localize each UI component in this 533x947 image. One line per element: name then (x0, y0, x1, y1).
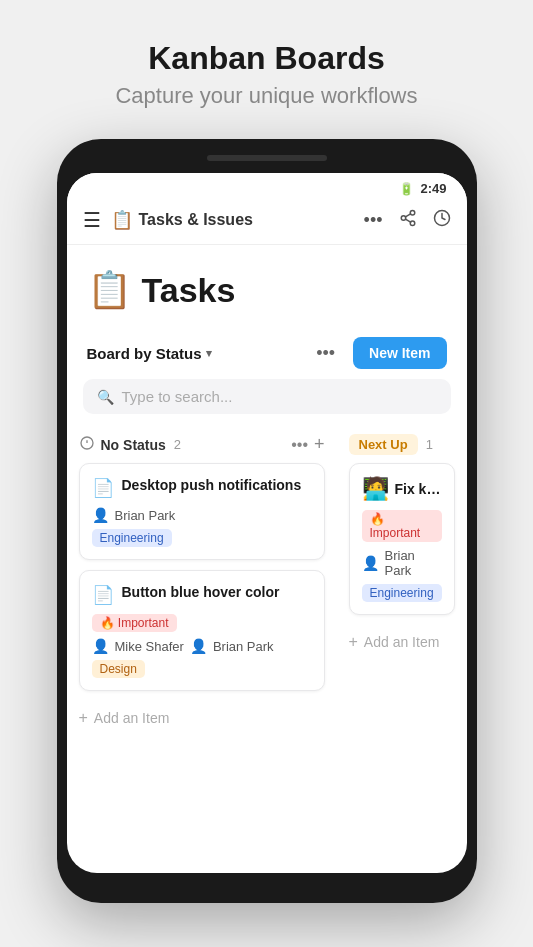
assignee-name-brian: Brian Park (213, 639, 274, 654)
card-title: Desktop push notifications (122, 476, 302, 494)
add-item-label: Add an Item (94, 710, 170, 726)
tag-engineering: Engineering (92, 529, 172, 547)
nav-actions: ••• (364, 209, 451, 232)
tag-engineering: Engineering (362, 584, 442, 602)
tag-important: 🔥 Important (92, 614, 177, 632)
hero-subtitle: Capture your unique workflows (115, 83, 417, 109)
tag-row: Engineering (92, 529, 312, 547)
card-title-truncated: Fix keyboa (395, 481, 442, 497)
search-icon: 🔍 (97, 389, 114, 405)
hero-section: Kanban Boards Capture your unique workfl… (95, 0, 437, 139)
board-by-status-button[interactable]: Board by Status ▾ (87, 345, 212, 362)
board-columns: No Status 2 ••• + 📄 Desktop push notific… (67, 426, 467, 755)
card-assignee-row: 👤 Brian Park (362, 548, 442, 578)
phone-notch (207, 155, 327, 161)
assignee-name: Brian Park (385, 548, 442, 578)
share-icon[interactable] (399, 209, 417, 232)
avatar-icon: 👤 (92, 638, 109, 654)
card-fix-keyboard[interactable]: 🧑‍💻 Fix keyboa 🔥 Important 👤 Brian Park … (349, 463, 455, 615)
card-title: Button blue hover color (122, 583, 280, 601)
avatar-icon-2: 👤 (190, 638, 207, 654)
hamburger-menu-icon[interactable]: ☰ (83, 208, 101, 232)
card-title-row: 📄 Button blue hover color (92, 583, 312, 606)
search-bar[interactable]: 🔍 Type to search... (83, 379, 451, 414)
page-icon: 📋 (87, 269, 132, 311)
app-icon: 📋 (111, 209, 133, 231)
add-item-plus-icon-right: + (349, 633, 358, 651)
history-icon[interactable] (433, 209, 451, 232)
column-add-icon[interactable]: + (314, 434, 325, 455)
card-doc-icon: 📄 (92, 477, 114, 499)
column-no-status: No Status 2 ••• + 📄 Desktop push notific… (67, 426, 337, 735)
status-bar: 🔋 2:49 (67, 173, 467, 200)
top-nav: ☰ 📋 Tasks & Issues ••• (67, 200, 467, 245)
card-button-hover[interactable]: 📄 Button blue hover color 🔥 Important 👤 … (79, 570, 325, 691)
add-item-left[interactable]: + Add an Item (79, 701, 325, 735)
assignee-name-mike: Mike Shafer (115, 639, 184, 654)
tag-row: Design (92, 660, 312, 678)
chevron-down-icon: ▾ (206, 347, 212, 360)
page-title: Tasks (142, 271, 236, 310)
search-placeholder: Type to search... (122, 388, 233, 405)
right-card-first-row: 🧑‍💻 Fix keyboa (362, 476, 442, 502)
column-header-no-status: No Status 2 ••• + (79, 426, 325, 463)
svg-line-4 (405, 213, 410, 216)
card-title-row: 📄 Desktop push notifications (92, 476, 312, 499)
svg-line-3 (405, 219, 410, 222)
nav-title: Tasks & Issues (139, 211, 364, 229)
add-item-label-right: Add an Item (364, 634, 440, 650)
tag-important: 🔥 Important (362, 510, 442, 542)
board-more-icon[interactable]: ••• (316, 343, 335, 364)
card-assignee-row: 👤 Mike Shafer 👤 Brian Park (92, 638, 312, 654)
column-header-next-up: Next Up 1 (349, 426, 455, 463)
more-options-icon[interactable]: ••• (364, 210, 383, 231)
card-desktop-push[interactable]: 📄 Desktop push notifications 👤 Brian Par… (79, 463, 325, 560)
board-by-status-label: Board by Status (87, 345, 202, 362)
card-doc-icon: 📄 (92, 584, 114, 606)
new-item-button[interactable]: New Item (353, 337, 446, 369)
page-title-row: 📋 Tasks (87, 269, 447, 311)
status-time: 2:49 (420, 181, 446, 196)
column-title-no-status: No Status (101, 437, 166, 453)
priority-row: 🔥 Important (362, 510, 442, 542)
priority-row: 🔥 Important (92, 614, 312, 632)
phone-screen: 🔋 2:49 ☰ 📋 Tasks & Issues ••• (67, 173, 467, 873)
card-assignee-row: 👤 Brian Park (92, 507, 312, 523)
next-up-badge: Next Up (349, 434, 418, 455)
tag-row: Engineering (362, 584, 442, 602)
column-more-icon[interactable]: ••• (291, 436, 308, 454)
no-status-icon (79, 435, 95, 455)
battery-icon: 🔋 (399, 182, 414, 196)
column-next-up: Next Up 1 🧑‍💻 Fix keyboa 🔥 Important 👤 B… (337, 426, 467, 735)
avatar-icon: 👤 (362, 555, 379, 571)
board-controls: Board by Status ▾ ••• New Item (67, 327, 467, 379)
column-count-next-up: 1 (426, 437, 433, 452)
emoji-avatar: 🧑‍💻 (362, 476, 389, 502)
hero-title: Kanban Boards (115, 40, 417, 77)
avatar-icon: 👤 (92, 507, 109, 523)
add-item-plus-icon: + (79, 709, 88, 727)
tag-design: Design (92, 660, 145, 678)
phone-device: 🔋 2:49 ☰ 📋 Tasks & Issues ••• (57, 139, 477, 903)
add-item-right[interactable]: + Add an Item (349, 625, 455, 659)
column-count-no-status: 2 (174, 437, 181, 452)
page-header: 📋 Tasks (67, 245, 467, 327)
assignee-name: Brian Park (115, 508, 176, 523)
